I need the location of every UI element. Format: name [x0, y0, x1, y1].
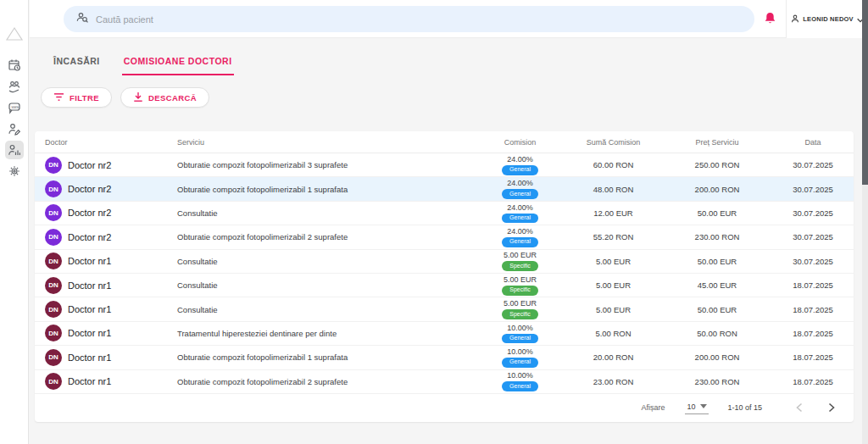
patient-search-icon [75, 11, 89, 27]
service-date: 18.07.2025 [772, 305, 854, 314]
commission-value: 10.00% [507, 347, 533, 356]
doctor-cell: DNDoctor nr1 [35, 349, 177, 366]
scrollbar-thumb[interactable] [862, 0, 868, 185]
commission-sum: 55.20 RON [565, 232, 662, 241]
user-icon [790, 12, 800, 27]
commission-cell: 24.00%General [476, 203, 565, 224]
doctor-name: Doctor nr2 [68, 184, 111, 194]
filter-button[interactable]: FILTRE [41, 87, 112, 108]
sidebar-item-doctor-notes[interactable] [3, 118, 25, 139]
service-price: 45.00 EUR [662, 280, 772, 290]
service-name: Obturatie compozit fotopolimerizabil 1 s… [177, 185, 476, 194]
doctor-name: Doctor nr1 [68, 280, 111, 291]
service-name: Obturatie compozit fotopolimerizabil 2 s… [177, 232, 476, 241]
tab-bar: ÎNCASĂRI COMISIOANE DOCTORI [52, 38, 868, 75]
main-content: ÎNCASĂRI COMISIOANE DOCTORI FILTRE DESCA… [30, 38, 868, 444]
service-name: Consultatie [177, 280, 476, 290]
commission-sum: 5.00 EUR [565, 280, 662, 290]
doctor-cell: DNDoctor nr1 [35, 277, 177, 294]
doctor-cell: DNDoctor nr1 [35, 373, 177, 390]
table-row[interactable]: DNDoctor nr1Obturatie compozit fotopolim… [35, 346, 854, 369]
service-price: 250.00 RON [662, 160, 772, 169]
sidebar-item-sms[interactable]: SMS [3, 97, 25, 118]
tab-incasari[interactable]: ÎNCASĂRI [52, 51, 102, 75]
commission-value: 5.00 EUR [504, 251, 537, 259]
service-name: Consultatie [177, 208, 476, 218]
table-row[interactable]: DNDoctor nr2Obturatie compozit fotopolim… [35, 153, 854, 177]
user-name: LEONID NEDOV [803, 15, 854, 23]
doctor-name: Doctor nr2 [68, 160, 111, 170]
table-row[interactable]: DNDoctor nr1Obturatie compozit fotopolim… [35, 370, 854, 394]
table-row[interactable]: DNDoctor nr1Consultatie5.00 EURSpecific5… [35, 274, 854, 297]
filter-button-label: FILTRE [70, 93, 99, 103]
commission-type-badge: General [502, 381, 538, 391]
commission-value: 24.00% [507, 203, 533, 212]
sidebar-item-calendar[interactable] [3, 54, 25, 75]
bell-icon[interactable] [763, 11, 777, 30]
sidebar-item-patients[interactable] [3, 75, 25, 97]
table-header: Doctor Serviciu Comision Sumă Comision P… [35, 131, 854, 153]
sidebar-item-settings[interactable] [3, 160, 25, 181]
page-size-select[interactable]: 10 [685, 401, 709, 414]
service-name: Obturatie compozit fotopolimerizabil 1 s… [177, 352, 476, 362]
col-serviciu: Serviciu [177, 138, 476, 147]
page-range: 1-10 of 15 [727, 403, 762, 412]
service-date: 30.07.2025 [772, 257, 854, 266]
download-button[interactable]: DESCARCĂ [120, 87, 209, 108]
search-input[interactable] [96, 14, 743, 25]
col-pret-serviciu: Preț Serviciu [662, 138, 772, 147]
download-icon [133, 92, 143, 104]
table-row[interactable]: DNDoctor nr2Obturatie compozit fotopolim… [35, 177, 854, 201]
service-date: 18.07.2025 [772, 329, 854, 338]
patient-search[interactable] [64, 6, 754, 32]
service-price: 50.00 EUR [662, 208, 772, 218]
vertical-scrollbar[interactable] [862, 0, 868, 444]
commission-type-badge: General [502, 358, 538, 368]
service-date: 30.07.2025 [772, 160, 854, 169]
doctor-name: Doctor nr1 [68, 328, 111, 338]
service-date: 30.07.2025 [772, 185, 854, 194]
sidebar-item-reports[interactable] [3, 139, 25, 160]
doctor-avatar: DN [45, 180, 62, 197]
commission-value: 10.00% [507, 371, 533, 380]
table-row[interactable]: DNDoctor nr1Consultatie5.00 EURSpecific5… [35, 250, 854, 274]
commission-value: 24.00% [507, 227, 533, 236]
svg-text:SMS: SMS [11, 105, 19, 109]
person-stats-icon [5, 141, 24, 159]
app-logo-triangle-icon [5, 25, 24, 42]
service-price: 200.00 RON [662, 185, 772, 194]
commission-type-badge: General [502, 237, 538, 247]
doctor-avatar: DN [45, 325, 62, 341]
user-menu[interactable]: LEONID NEDOV [786, 0, 868, 38]
doctor-name: Doctor nr1 [68, 352, 111, 363]
service-price: 50.00 EUR [662, 257, 772, 266]
prev-page-button[interactable] [789, 397, 810, 418]
commissions-table: Doctor Serviciu Comision Sumă Comision P… [35, 131, 854, 422]
service-date: 18.07.2025 [772, 377, 854, 386]
doctor-avatar: DN [45, 373, 62, 390]
tab-comisioane-doctori[interactable]: COMISIOANE DOCTORI [122, 51, 234, 75]
doctor-cell: DNDoctor nr1 [35, 325, 177, 341]
service-price: 200.00 RON [662, 352, 772, 362]
commission-sum: 20.00 RON [565, 352, 662, 362]
commission-sum: 48.00 RON [565, 185, 662, 194]
doctor-cell: DNDoctor nr1 [35, 253, 177, 269]
commission-cell: 10.00%General [476, 371, 565, 391]
next-page-button[interactable] [821, 397, 842, 418]
doctor-avatar: DN [45, 349, 62, 366]
table-row[interactable]: DNDoctor nr2Consultatie24.00%General12.0… [35, 202, 854, 225]
commission-sum: 12.00 EUR [565, 208, 662, 218]
page-size-value: 10 [687, 402, 695, 411]
sidebar: SMS [0, 0, 29, 444]
col-doctor: Doctor [35, 138, 177, 147]
table-row[interactable]: DNDoctor nr1Tratamentul hiperesteziei de… [35, 322, 854, 346]
doctor-avatar: DN [45, 301, 62, 318]
doctor-cell: DNDoctor nr2 [35, 229, 177, 246]
service-price: 50.00 RON [662, 329, 772, 338]
table-row[interactable]: DNDoctor nr1Consultatie5.00 EURSpecific5… [35, 297, 854, 321]
commission-type-badge: Specific [502, 286, 538, 296]
commission-cell: 24.00%General [476, 179, 565, 199]
table-row[interactable]: DNDoctor nr2Obturatie compozit fotopolim… [35, 225, 854, 249]
calendar-clock-icon [5, 56, 24, 75]
commission-sum: 5.00 RON [565, 329, 662, 338]
